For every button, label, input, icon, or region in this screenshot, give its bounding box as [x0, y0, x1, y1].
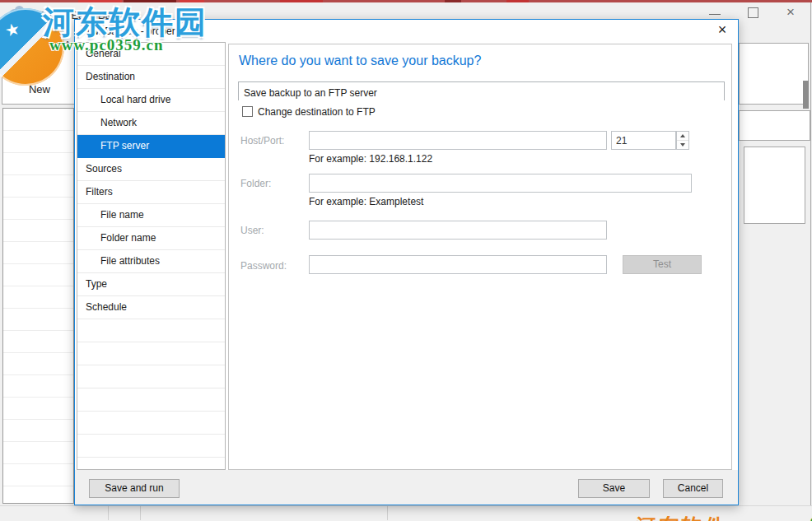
host-port-label: Host/Port:	[240, 135, 284, 147]
sidebar-item-destination[interactable]: Destination	[77, 66, 225, 89]
header-row-fragment	[739, 110, 810, 141]
test-button[interactable]: Test	[623, 255, 702, 274]
sidebar-empty-row	[77, 319, 225, 342]
page-title: Where do you want to save your backup?	[239, 53, 481, 68]
sidebar-item-ftp-server[interactable]: FTP server	[77, 135, 225, 158]
window-right-border	[810, 2, 811, 519]
save-and-run-button[interactable]: Save and run	[89, 479, 180, 498]
user-label: User:	[240, 225, 264, 236]
dialog-content-panel: Where do you want to save your backup? S…	[228, 44, 732, 470]
dialog-titlebar[interactable]: New Backup - properties ×	[75, 20, 738, 40]
sidebar-item-local-hard-drive[interactable]: Local hard drive	[77, 89, 225, 112]
toolbar-panel-left: + New	[2, 43, 76, 105]
sidebar-empty-row	[77, 435, 225, 458]
dialog-footer: Save and run Save Cancel	[75, 470, 738, 505]
maximize-icon[interactable]	[748, 7, 758, 18]
port-input[interactable]	[611, 131, 676, 150]
minimize-icon[interactable]	[709, 14, 721, 15]
sidebar-empty-row	[77, 388, 225, 412]
dialog-sidebar: General Destination Local hard drive Net…	[77, 42, 226, 470]
folder-example-text: For example: Exampletest	[309, 196, 423, 207]
app-icon	[10, 6, 28, 17]
status-separator	[387, 506, 388, 520]
watermark-star-icon: ★	[2, 18, 21, 41]
sidebar-item-filters[interactable]: Filters	[77, 181, 225, 204]
dialog-close-icon[interactable]: ×	[712, 21, 733, 40]
sidebar-item-file-attributes[interactable]: File attributes	[77, 250, 225, 273]
sidebar-item-sources[interactable]: Sources	[77, 158, 225, 181]
close-icon[interactable]: ×	[782, 3, 799, 21]
spin-down-icon[interactable]	[677, 141, 688, 149]
password-label: Password:	[240, 260, 287, 272]
group-caption: Save backup to an FTP server	[244, 87, 377, 99]
host-input[interactable]	[309, 131, 607, 150]
window-edge-fragment	[803, 81, 809, 109]
status-separator	[108, 506, 109, 520]
user-input[interactable]	[309, 221, 607, 240]
password-input[interactable]	[309, 255, 607, 274]
sidebar-empty-row	[77, 412, 225, 435]
sidebar-empty-row	[77, 458, 225, 470]
sidebar-item-file-name[interactable]: File name	[77, 204, 225, 227]
folder-input[interactable]	[309, 174, 692, 193]
spin-up-icon[interactable]	[677, 132, 688, 141]
status-bar	[0, 505, 812, 521]
plus-badge-icon: +	[44, 44, 59, 60]
sidebar-empty-row	[77, 365, 225, 388]
host-example-text: For example: 192.168.1.122	[309, 153, 432, 165]
sidebar-empty-row	[77, 342, 225, 365]
backup-list-fragment	[2, 108, 74, 504]
new-button-label: New	[14, 83, 65, 95]
change-destination-checkbox[interactable]	[242, 106, 253, 117]
sidebar-item-general[interactable]: General	[77, 43, 225, 66]
change-destination-label: Change destination to FTP	[258, 106, 376, 118]
sidebar-item-folder-name[interactable]: Folder name	[77, 227, 225, 250]
top-red-artifact-line	[0, 0, 812, 2]
status-separator	[140, 506, 141, 520]
new-backup-button[interactable]: + New	[14, 47, 65, 101]
port-spinner	[676, 131, 689, 150]
toolbar-panel-right-fragment	[739, 43, 809, 105]
dialog-title: New Backup - properties	[82, 26, 190, 37]
sidebar-item-type[interactable]: Type	[77, 273, 225, 296]
folder-label: Folder:	[240, 178, 271, 189]
save-button[interactable]: Save	[578, 479, 650, 498]
cancel-button[interactable]: Cancel	[663, 479, 723, 498]
sidebar-item-network[interactable]: Network	[77, 112, 225, 135]
sidebar-item-schedule[interactable]: Schedule	[77, 296, 225, 319]
side-panel-fragment	[744, 147, 805, 224]
new-backup-properties-dialog: New Backup - properties × General Destin…	[74, 19, 739, 505]
